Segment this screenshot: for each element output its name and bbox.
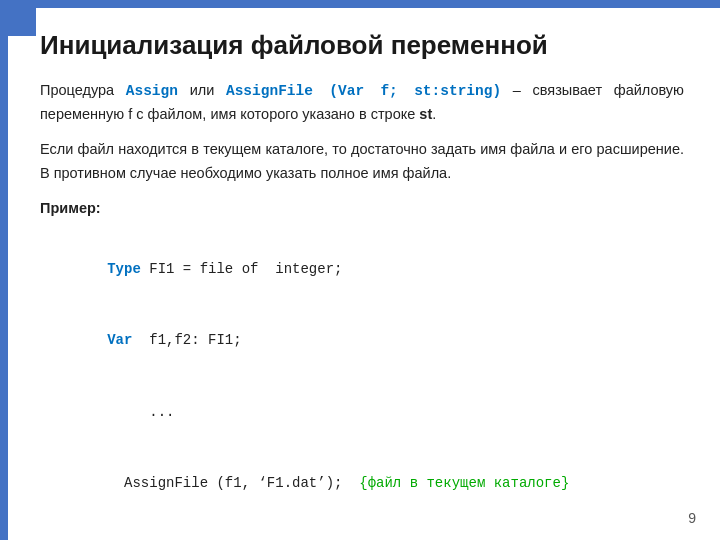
corner-box [0, 0, 36, 36]
paragraph-1: Процедура Assign или AssignFile (Var f; … [40, 79, 684, 126]
paragraph-2: Если файл находится в текущем каталоге, … [40, 138, 684, 184]
code-line2-var: Var [107, 332, 132, 348]
page-number: 9 [688, 510, 696, 526]
slide-title: Инициализация файловой переменной [40, 30, 684, 61]
assign-word: Assign [126, 83, 178, 99]
example-label: Пример: [40, 197, 684, 220]
top-accent [0, 0, 720, 8]
para1-before-assign: Процедура [40, 82, 126, 98]
slide: Инициализация файловой переменной Процед… [0, 0, 720, 540]
code-line-3: ... [40, 377, 684, 448]
assignfile-sig: AssignFile (Var f; st:string) [226, 83, 501, 99]
code-line4-code: AssignFile (f1, ‘F1.dat’); [107, 475, 351, 491]
code-line2-rest: f1,f2: FI1; [132, 332, 241, 348]
code-line-2: Var f1,f2: FI1; [40, 305, 684, 376]
para1-middle: или [178, 82, 226, 98]
left-accent [0, 0, 8, 540]
code-section: Type FI1 = file of integer; Var f1,f2: F… [40, 234, 684, 540]
code-line-1: Type FI1 = file of integer; [40, 234, 684, 305]
slide-content: Процедура Assign или AssignFile (Var f; … [40, 79, 684, 540]
code-line4-comment: {файл в текущем каталоге} [351, 475, 569, 491]
code-line1-rest: FI1 = file of integer; [141, 261, 343, 277]
code-line1-text: Type [107, 261, 141, 277]
para1-end: . [432, 106, 436, 122]
code-line3-dots: ... [107, 404, 174, 420]
code-line-5: AssignFile (f2, ‘d:\iva\a.dat’); {файл в… [40, 520, 684, 541]
st-bold: st [419, 106, 432, 122]
code-line-4: AssignFile (f1, ‘F1.dat’); {файл в текущ… [40, 448, 684, 519]
